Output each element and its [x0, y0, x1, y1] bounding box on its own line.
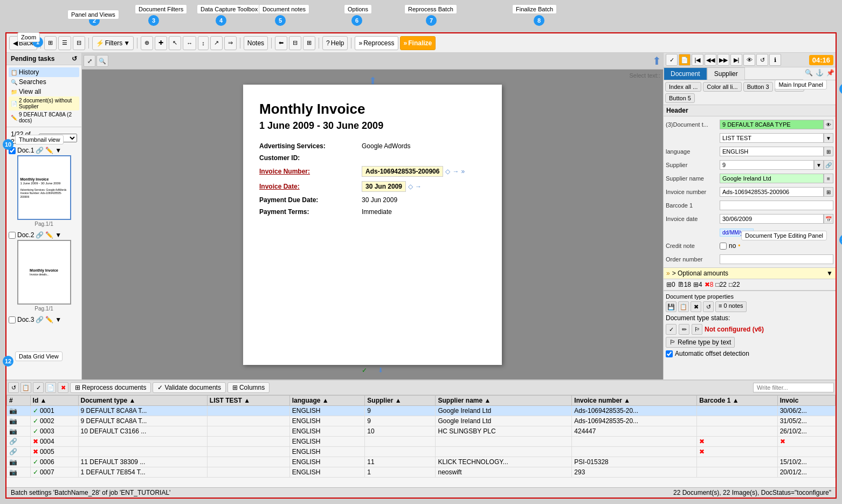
tab-icon-anchor[interactable]: ⚓	[814, 67, 825, 78]
rt-first-btn[interactable]: |◀	[692, 54, 703, 66]
doc3-checkbox[interactable]	[9, 316, 16, 323]
col-invoice-num[interactable]: Invoice number ▲	[572, 396, 697, 406]
col-language[interactable]: language ▲	[289, 396, 365, 406]
rt-next-btn[interactable]: ▶▶	[717, 54, 729, 66]
prev-doc-button[interactable]: ⬅	[275, 36, 287, 50]
doctype-refresh-btn[interactable]: ↺	[703, 301, 714, 312]
rt-doc-btn[interactable]: 📄	[679, 54, 691, 66]
zoom-in-btn[interactable]: 🔍	[96, 55, 108, 67]
refine-type-btn[interactable]: 🏳 Refine type by text	[666, 337, 735, 348]
supplier-input[interactable]	[720, 160, 814, 170]
filter-input[interactable]	[753, 383, 834, 392]
supplier-dropdown[interactable]: ▼	[814, 160, 824, 170]
doctype-delete-btn[interactable]: ✖	[691, 301, 701, 312]
reprocess-button[interactable]: » Reprocess	[355, 36, 398, 50]
col-list-test[interactable]: LIST TEST ▲	[207, 396, 289, 406]
grid-btn2[interactable]: ⊟	[289, 36, 301, 50]
doc3-dropdown[interactable]: ▼	[55, 316, 61, 323]
doctype-input[interactable]	[720, 120, 824, 129]
col-invoic[interactable]: Invoic	[777, 396, 835, 406]
supplier-name-icon[interactable]: ≡	[824, 174, 833, 183]
rt-refresh-btn[interactable]: ↺	[756, 54, 768, 66]
col-supplier[interactable]: Supplier ▲	[365, 396, 436, 406]
columns-btn[interactable]: ⊞ Columns	[227, 382, 270, 393]
rt-check-btn[interactable]: ✓	[666, 54, 678, 66]
col-barcode[interactable]: Barcode 1 ▲	[697, 396, 777, 406]
table-row[interactable]: 🔗 ✖ 0005 ENGLISH ✖	[7, 447, 836, 457]
notes-button[interactable]: Notes	[244, 36, 268, 50]
status-edit-btn[interactable]: ✏	[679, 324, 689, 335]
table-row[interactable]: 📷 ✓ 0002 9 DEFAULT 8CA8A T... ENGLISH 9 …	[7, 416, 836, 426]
table-row[interactable]: 📷 ✓ 0007 1 DEFAULT 7E854 T... ENGLISH 1 …	[7, 467, 836, 478]
status-flag-btn[interactable]: 🏳	[692, 324, 702, 335]
optional-amounts-section[interactable]: » > Optional amounts ▼	[664, 267, 836, 279]
invoice-num-input[interactable]	[720, 187, 824, 197]
task-history[interactable]: 📋 History	[9, 67, 79, 77]
supplier-link[interactable]: 🔗	[824, 160, 833, 170]
grid-doc-btn[interactable]: 📄	[45, 382, 56, 393]
barcode-input[interactable]	[720, 201, 833, 210]
col-id[interactable]: Id ▲	[30, 396, 78, 406]
help-button[interactable]: ? Help	[322, 36, 348, 50]
index-all-btn[interactable]: Index all ...	[665, 82, 701, 92]
cols-btn[interactable]: ⊞	[303, 36, 315, 50]
doc2-dropdown[interactable]: ▼	[55, 231, 61, 239]
table-row[interactable]: 🔗 ✖ 0004 ENGLISH ✖ ✖	[7, 437, 836, 447]
auto-offset-checkbox[interactable]	[666, 350, 673, 357]
doc2-checkbox[interactable]	[9, 232, 16, 239]
nav-down-arrow[interactable]: ⬇	[378, 367, 383, 374]
grid-cancel-btn[interactable]: ✖	[58, 382, 68, 393]
rt-info-btn[interactable]: ℹ	[769, 54, 781, 66]
credit-note-checkbox[interactable]	[720, 243, 727, 250]
invoice-num-icon[interactable]: ⊞	[824, 187, 833, 197]
grid-view-button[interactable]: ⊞	[44, 36, 57, 50]
rt-view-btn[interactable]: 👁	[743, 54, 755, 66]
order-num-input[interactable]	[720, 254, 833, 264]
tab-supplier[interactable]: Supplier	[707, 67, 745, 80]
doc1-thumbnail[interactable]: Monthly Invoice 1 June 2009 - 30 June 20…	[17, 155, 71, 220]
col-supplier-name[interactable]: Supplier name ▲	[436, 396, 572, 406]
expand-btn[interactable]: ⤢	[84, 55, 95, 67]
capture-tool-2[interactable]: ✚	[155, 36, 167, 50]
finalize-button[interactable]: » Finalize	[400, 36, 436, 50]
col-doctype[interactable]: Document type ▲	[78, 396, 207, 406]
language-input[interactable]	[720, 147, 824, 156]
invoice-date-icon[interactable]: 📅	[824, 214, 833, 224]
grid-copy-btn[interactable]: 📋	[20, 382, 31, 393]
status-check-btn[interactable]: ✓	[666, 324, 677, 335]
table-row[interactable]: 📷 ✓ 0003 10 DEFAULT C3166 ... ENGLISH 10…	[7, 426, 836, 437]
capture-tool-7[interactable]: ⇒	[224, 36, 237, 50]
doc1-dropdown[interactable]: ▼	[55, 147, 61, 154]
button3[interactable]: Button 3	[743, 82, 773, 92]
tab-document[interactable]: Document	[664, 67, 707, 80]
list-view-button[interactable]: ☰	[58, 36, 71, 50]
capture-tool-6[interactable]: ↗	[210, 36, 223, 50]
capture-tool-1[interactable]: ⊕	[141, 36, 153, 50]
list-test-input[interactable]	[720, 133, 824, 143]
task-view-all[interactable]: 📁 View all	[9, 87, 79, 96]
table-row[interactable]: 📷 ✓ 0001 9 DEFAULT 8CA8A T... ENGLISH 9 …	[7, 406, 836, 416]
task-default-8ca8a[interactable]: ✏️ 9 DEFAULT 8CA8A (2 docs)	[9, 111, 79, 125]
reprocess-docs-btn[interactable]: ⊞ Reprocess documents	[70, 382, 151, 393]
supplier-name-input[interactable]	[720, 174, 824, 183]
tab-icon-search[interactable]: 🔍	[803, 67, 814, 78]
nav-check-icon[interactable]: ✓	[362, 367, 367, 374]
capture-tool-5[interactable]: ↕	[198, 36, 209, 50]
grid-refresh-btn[interactable]: ↺	[8, 382, 19, 393]
capture-tool-3[interactable]: ↖	[169, 36, 181, 50]
doctype-view-btn[interactable]: 👁	[824, 120, 833, 129]
filters-button[interactable]: ⚡ Filters ▼	[92, 36, 134, 50]
rt-prev-btn[interactable]: ◀◀	[705, 54, 716, 66]
split-view-button[interactable]: ⊟	[73, 36, 85, 50]
validate-docs-btn[interactable]: ✓ Validate documents	[153, 382, 226, 393]
language-icon[interactable]: ⊞	[824, 147, 833, 156]
doctype-copy-btn[interactable]: 📋	[678, 301, 689, 312]
capture-tool-4[interactable]: ↔	[183, 36, 196, 50]
doctype-save-btn[interactable]: 💾	[666, 301, 677, 312]
grid-check-btn[interactable]: ✓	[33, 382, 44, 393]
task-searches[interactable]: 🔍 Searches	[9, 77, 79, 87]
doc2-thumbnail[interactable]: Monthly Invoice Invoice details...	[17, 240, 71, 305]
task-without-supplier[interactable]: 📄 2 document(s) without Supplier	[9, 96, 79, 111]
button5[interactable]: Button 5	[665, 93, 695, 103]
table-row[interactable]: 📷 ✓ 0006 11 DEFAULT 38309 ... ENGLISH 11…	[7, 457, 836, 467]
